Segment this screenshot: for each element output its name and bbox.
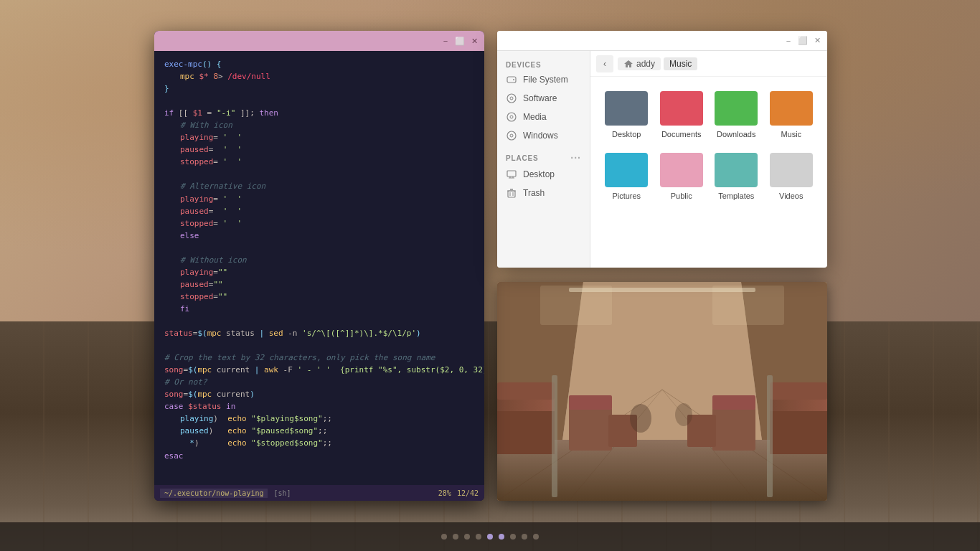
taskbar xyxy=(0,522,980,551)
fm-home-crumb[interactable]: addy xyxy=(618,57,661,70)
svg-point-6 xyxy=(507,131,516,140)
devices-section-title: DEVICES xyxy=(497,58,590,70)
sidebar-item-software[interactable]: Software xyxy=(497,89,590,108)
folder-item-videos[interactable]: Videos xyxy=(767,149,816,204)
folder-item-music[interactable]: Music xyxy=(767,87,816,143)
folder-icon-templates xyxy=(715,153,758,187)
fm-folder-grid: Desktop Documents Downloads Music xyxy=(590,77,827,268)
terminal-close-button[interactable]: ✕ xyxy=(468,35,480,47)
fm-maximize-button[interactable]: ⬜ xyxy=(797,35,809,47)
places-dots: ··· xyxy=(570,152,581,164)
code-line: case $status in xyxy=(164,400,474,413)
disc-icon xyxy=(506,93,517,104)
fm-sidebar: DEVICES File System Software Media xyxy=(497,51,590,268)
taskbar-dot-6[interactable] xyxy=(499,534,504,540)
code-line: else xyxy=(164,230,474,242)
sidebar-item-filesystem[interactable]: File System xyxy=(497,70,590,89)
folder-item-desktop[interactable]: Desktop xyxy=(602,87,651,143)
fm-minimize-button[interactable]: − xyxy=(783,35,794,47)
code-line: stopped= ' ' xyxy=(164,156,474,168)
terminal-path: ~/.executor/now-playing xyxy=(160,489,268,498)
code-line: # Without icon xyxy=(164,254,474,266)
code-line: paused="" xyxy=(164,278,474,291)
terminal-mode: [sh] xyxy=(270,489,291,497)
places-section-title: PLACES ··· xyxy=(497,149,590,165)
bg-top xyxy=(0,0,980,321)
code-line: playing= ' ' xyxy=(164,193,474,205)
taskbar-dot-7[interactable] xyxy=(510,534,516,540)
fm-current-label: Music xyxy=(669,59,692,69)
terminal-pos: 12/42 xyxy=(457,489,479,497)
taskbar-dot-1[interactable] xyxy=(441,534,447,540)
code-line xyxy=(164,339,474,352)
folder-label-videos: Videos xyxy=(779,192,803,200)
code-line xyxy=(164,242,474,254)
folder-icon-videos xyxy=(770,153,813,187)
code-line: playing= ' ' xyxy=(164,131,474,143)
code-line: song=$(mpc current | awk -F ' - ' ' {pri… xyxy=(164,364,474,376)
fm-close-button[interactable]: ✕ xyxy=(811,35,823,47)
fm-main: ‹ addy Music Desktop xyxy=(590,51,827,268)
terminal-statusbar: ~/.executor/now-playing [sh] 28% 12/42 xyxy=(154,485,484,501)
svg-rect-47 xyxy=(497,282,827,501)
train-photo xyxy=(497,282,827,501)
windows-drive-icon xyxy=(506,130,517,141)
code-line: exec-mpc() { xyxy=(164,58,474,70)
code-line: stopped= ' ' xyxy=(164,217,474,230)
fm-titlebar: − ⬜ ✕ xyxy=(497,31,827,51)
folder-icon-downloads xyxy=(715,91,758,126)
folder-icon-pictures xyxy=(605,153,648,187)
svg-point-3 xyxy=(510,97,513,100)
svg-rect-0 xyxy=(507,77,516,83)
code-line: *) echo "$stopped$song";; xyxy=(164,437,474,449)
media-icon xyxy=(506,111,517,123)
taskbar-dot-3[interactable] xyxy=(464,534,470,540)
sidebar-label-windows: Windows xyxy=(523,131,558,141)
svg-point-1 xyxy=(513,79,514,80)
code-line: song=$(mpc current) xyxy=(164,388,474,400)
photo-panel xyxy=(497,282,827,501)
sidebar-item-desktop[interactable]: Desktop xyxy=(497,165,590,184)
taskbar-dot-8[interactable] xyxy=(522,534,527,540)
code-line: fi xyxy=(164,303,474,315)
terminal-window: − ⬜ ✕ exec-mpc() { mpc $* 8> /dev/null }… xyxy=(154,31,484,501)
code-line: stopped="" xyxy=(164,291,474,303)
taskbar-dot-5[interactable] xyxy=(487,534,493,540)
folder-label-documents: Documents xyxy=(661,130,702,138)
bg-bottom xyxy=(0,321,980,551)
folder-item-public[interactable]: Public xyxy=(657,149,707,204)
fm-content: DEVICES File System Software Media xyxy=(497,51,827,268)
fm-toolbar: ‹ addy Music xyxy=(590,51,827,77)
code-line: } xyxy=(164,83,474,95)
sidebar-item-media[interactable]: Media xyxy=(497,108,590,126)
taskbar-dot-2[interactable] xyxy=(453,534,458,540)
terminal-minimize-button[interactable]: − xyxy=(440,35,451,47)
background xyxy=(0,0,980,551)
folder-item-documents[interactable]: Documents xyxy=(657,87,707,143)
fm-current-crumb[interactable]: Music xyxy=(664,57,697,70)
sidebar-item-trash[interactable]: Trash xyxy=(497,184,590,202)
svg-rect-8 xyxy=(507,171,516,176)
folder-label-music: Music xyxy=(781,130,801,138)
code-line: playing) echo "$playing$song";; xyxy=(164,413,474,425)
fm-back-button[interactable]: ‹ xyxy=(596,55,613,72)
code-line: paused= ' ' xyxy=(164,205,474,217)
code-line xyxy=(164,168,474,180)
sidebar-item-windows[interactable]: Windows xyxy=(497,126,590,145)
sidebar-label-trash: Trash xyxy=(523,188,545,198)
svg-point-5 xyxy=(510,116,513,118)
code-line: # Or not? xyxy=(164,376,474,388)
svg-point-4 xyxy=(507,113,516,121)
code-line: if [[ $1 = "-i" ]]; then xyxy=(164,107,474,119)
code-line xyxy=(164,95,474,107)
folder-item-pictures[interactable]: Pictures xyxy=(602,149,651,204)
folder-item-templates[interactable]: Templates xyxy=(712,149,761,204)
taskbar-dot-9[interactable] xyxy=(533,534,539,540)
terminal-maximize-button[interactable]: ⬜ xyxy=(454,35,466,47)
svg-point-7 xyxy=(510,134,513,137)
taskbar-dot-4[interactable] xyxy=(476,534,481,540)
folder-label-desktop: Desktop xyxy=(612,130,641,138)
folder-item-downloads[interactable]: Downloads xyxy=(712,87,761,143)
folder-label-templates: Templates xyxy=(718,192,754,200)
code-line: paused= ' ' xyxy=(164,143,474,156)
